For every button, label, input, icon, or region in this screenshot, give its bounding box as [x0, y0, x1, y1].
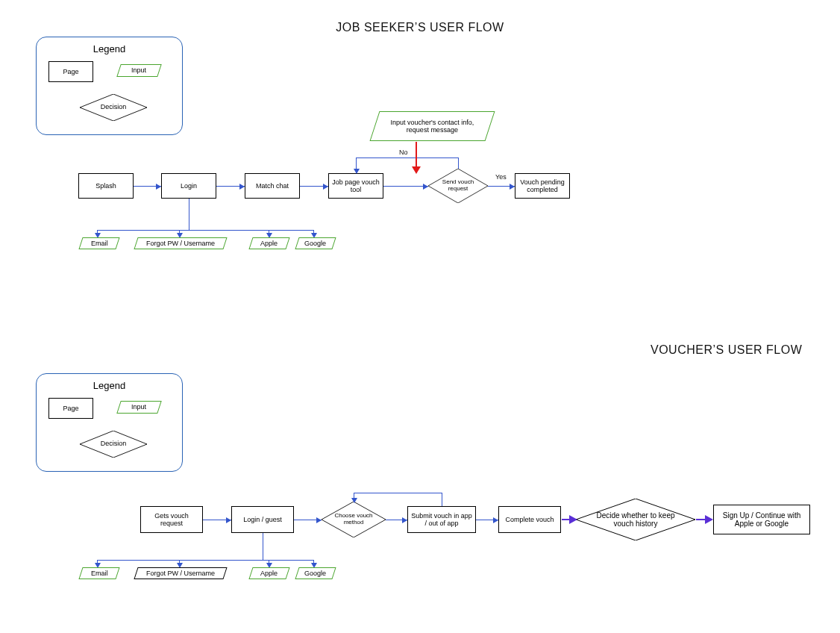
login-option-google: Google [295, 237, 336, 249]
arrowhead-icon [239, 184, 245, 190]
edge-no-up [458, 158, 459, 169]
node-submit-vouch: Submit vouch in app / out of app [407, 506, 476, 533]
login-option-forgot: Forgot PW / Username [134, 237, 227, 249]
section-title-voucher: VOUCHER’S USER FLOW [651, 343, 802, 357]
node-login: Login [161, 173, 216, 199]
legend-panel-top: Legend Page Input Decision [36, 37, 183, 135]
voucher-option-email: Email [78, 567, 119, 579]
node-gets-vouch-request: Gets vouch request [140, 506, 203, 533]
node-job-page-vouch-tool: Job page vouch tool [328, 173, 383, 199]
voucher-option-google: Google [295, 567, 336, 579]
legend-heading-2: Legend [37, 380, 182, 391]
legend-decision-diamond-2: Decision [80, 431, 147, 458]
arrowhead-icon [316, 517, 322, 523]
node-choose-vouch-method: Choose vouch method [322, 502, 386, 537]
legend-page-box-2: Page [48, 398, 93, 419]
login-option-apple: Apple [248, 237, 289, 249]
edge-no-left [356, 158, 459, 158]
arrowhead-icon [493, 517, 498, 523]
legend-input-para-2: Input [116, 401, 162, 414]
legend-decision-diamond: Decision [80, 94, 147, 121]
arrowhead-icon [510, 184, 515, 190]
edge-login-down [189, 199, 189, 230]
edge-label-no: No [399, 149, 408, 156]
arrowhead-icon [351, 498, 357, 503]
edge-loop-left [354, 493, 442, 493]
arrowhead-icon [354, 169, 360, 174]
node-complete-vouch: Complete vouch [498, 506, 561, 533]
edge-loop-up [442, 493, 442, 506]
edge-loginguest-bus [97, 560, 313, 561]
purple-arrowhead-icon [705, 515, 713, 524]
legend-panel-bottom: Legend Page Input Decision [36, 373, 183, 472]
node-input-voucher-contact: Input voucher's contact info, request me… [370, 111, 495, 141]
node-send-vouch-request: Send vouch request [428, 169, 488, 203]
edge-loginguest-down [263, 533, 263, 560]
arrowhead-icon [402, 517, 407, 523]
legend-page-box: Page [48, 61, 93, 82]
node-splash: Splash [78, 173, 134, 199]
arrowhead-icon [323, 184, 328, 190]
edge-label-yes: Yes [495, 173, 507, 181]
legend-input-para: Input [116, 64, 162, 77]
voucher-option-forgot: Forgot PW / Username [134, 567, 227, 579]
arrowhead-icon [226, 517, 231, 523]
voucher-option-apple: Apple [248, 567, 289, 579]
legend-heading: Legend [37, 43, 182, 54]
node-sign-up-continue: Sign Up / Continue with Apple or Google [713, 505, 810, 534]
arrowhead-icon [423, 184, 428, 190]
section-title-job-seeker: JOB SEEKER’S USER FLOW [0, 21, 840, 34]
diagram-canvas: JOB SEEKER’S USER FLOW Legend Page Input… [0, 0, 840, 633]
node-decide-history: Decide whether to keep vouch history [576, 499, 695, 540]
node-match-chat: Match chat [245, 173, 300, 199]
edge-jobpage-decision [383, 186, 428, 187]
purple-arrowhead-icon [569, 515, 577, 524]
login-option-email: Email [78, 237, 119, 249]
node-login-guest: Login / guest [231, 506, 294, 533]
edge-input-to-decision-red [416, 142, 417, 168]
red-arrowhead-icon [412, 166, 421, 174]
arrowhead-icon [156, 184, 161, 190]
node-vouch-pending-completed: Vouch pending completed [515, 173, 570, 199]
edge-login-bus [97, 230, 313, 231]
